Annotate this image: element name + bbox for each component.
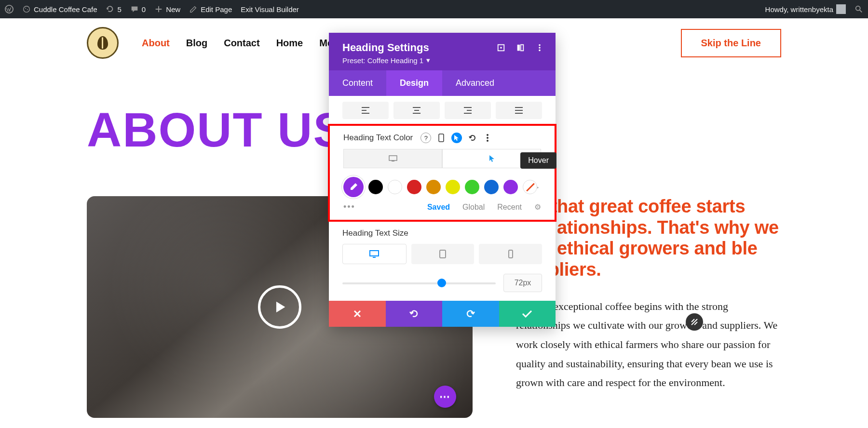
state-default-button[interactable]: [343, 149, 442, 168]
chevron-down-icon: ▾: [426, 56, 430, 65]
site-name-link[interactable]: Cuddle Coffee Cafe: [22, 0, 97, 18]
refresh-count[interactable]: 5: [106, 0, 121, 18]
svg-rect-16: [389, 156, 397, 160]
align-left-button[interactable]: [342, 102, 389, 119]
discard-button[interactable]: [329, 301, 386, 327]
size-slider-row: [329, 269, 556, 301]
svg-rect-8: [521, 45, 523, 51]
svg-point-3: [27, 9, 28, 10]
panel-menu-icon[interactable]: [535, 43, 544, 52]
heading-settings-panel: Heading Settings Preset: Coffee Heading …: [329, 33, 556, 327]
panel-title: Heading Settings: [342, 41, 429, 54]
panel-resize-handle[interactable]: [686, 313, 703, 331]
nav-blog[interactable]: Blog: [186, 38, 207, 49]
panel-header[interactable]: Heading Settings Preset: Coffee Heading …: [329, 33, 556, 70]
device-tablet-button[interactable]: [411, 244, 475, 264]
expand-icon[interactable]: [497, 43, 505, 52]
size-slider[interactable]: [342, 281, 496, 285]
undo-icon[interactable]: [467, 133, 477, 143]
svg-rect-7: [517, 45, 520, 51]
swatch-white[interactable]: [388, 180, 402, 194]
align-center-button[interactable]: [393, 102, 440, 119]
device-phone-button[interactable]: [479, 244, 542, 264]
text-align-row: [329, 96, 556, 124]
palette-tab-recent[interactable]: Recent: [497, 203, 522, 212]
hover-tooltip: Hover: [520, 152, 556, 169]
tab-content[interactable]: Content: [329, 70, 386, 96]
cta-button[interactable]: Skip the Line: [681, 29, 781, 57]
tab-advanced[interactable]: Advanced: [442, 70, 508, 96]
color-swatch-row: [330, 174, 555, 201]
svg-point-0: [5, 5, 13, 13]
wp-admin-bar: Cuddle Coffee Cafe 5 0 New Edit Page Exi…: [0, 0, 868, 18]
site-logo[interactable]: [87, 27, 119, 59]
palette-tab-global[interactable]: Global: [462, 203, 485, 212]
help-icon[interactable]: ?: [420, 133, 431, 143]
size-section-label: Heading Text Size: [329, 222, 556, 241]
swatch-none[interactable]: [523, 180, 537, 194]
snap-icon[interactable]: [516, 43, 525, 52]
svg-point-10: [539, 47, 541, 49]
admin-search[interactable]: [854, 0, 863, 18]
comments-count[interactable]: 0: [130, 0, 146, 18]
swatch-black[interactable]: [368, 180, 383, 194]
svg-rect-12: [439, 134, 444, 142]
panel-tabs: Content Design Advanced: [329, 70, 556, 96]
svg-rect-18: [370, 251, 379, 256]
swatch-red[interactable]: [407, 180, 421, 194]
svg-point-1: [24, 6, 30, 13]
swatch-purple[interactable]: [503, 180, 518, 194]
greeting-text: Howdy, writtenbyekta: [765, 5, 833, 13]
new-content[interactable]: New: [154, 0, 180, 18]
site-name-text: Cuddle Coffee Cafe: [34, 5, 97, 13]
eyedropper-button[interactable]: [343, 177, 364, 197]
wp-logo[interactable]: [5, 0, 14, 18]
tab-design[interactable]: Design: [386, 70, 442, 96]
main-nav: About Blog Contact Home Menu: [142, 38, 344, 49]
swatch-yellow[interactable]: [446, 180, 460, 194]
palette-more-dots[interactable]: •••: [343, 202, 355, 212]
phone-icon[interactable]: [436, 133, 447, 143]
color-section-label: Heading Text Color: [343, 133, 413, 143]
svg-point-13: [487, 134, 488, 136]
comments-count-value: 0: [142, 5, 146, 13]
redo-footer-button[interactable]: [442, 301, 499, 327]
user-greeting[interactable]: Howdy, writtenbyekta: [765, 0, 846, 18]
color-section-highlight: Heading Text Color ? Hover ☜: [328, 124, 556, 222]
device-desktop-button[interactable]: [342, 244, 407, 264]
panel-footer: [329, 301, 556, 327]
nav-home[interactable]: Home: [276, 38, 303, 49]
avatar: [836, 4, 846, 14]
swatch-green[interactable]: [465, 180, 479, 194]
size-value-input[interactable]: [503, 274, 542, 292]
preset-label: Preset: Coffee Heading 1: [342, 56, 423, 65]
align-right-button[interactable]: [445, 102, 491, 119]
svg-point-15: [487, 140, 488, 142]
cursor-active-icon[interactable]: [451, 133, 462, 143]
svg-point-11: [539, 50, 541, 52]
refresh-count-value: 5: [117, 5, 121, 13]
body-text: tment to exceptional coffee begins with …: [516, 297, 781, 392]
svg-point-2: [25, 8, 26, 9]
exit-visual-builder[interactable]: Exit Visual Builder: [241, 0, 299, 18]
palette-settings-gear-icon[interactable]: ⚙: [534, 202, 541, 212]
palette-tab-saved[interactable]: Saved: [427, 203, 450, 212]
nav-contact[interactable]: Contact: [224, 38, 259, 49]
svg-rect-19: [440, 250, 446, 258]
align-justify-button[interactable]: [496, 102, 542, 119]
options-dots-icon[interactable]: [482, 133, 493, 143]
play-button[interactable]: [258, 285, 301, 329]
undo-footer-button[interactable]: [386, 301, 443, 327]
exit-label: Exit Visual Builder: [241, 5, 299, 13]
slider-thumb[interactable]: [437, 279, 446, 287]
preset-selector[interactable]: Preset: Coffee Heading 1▾: [342, 56, 430, 65]
module-add-fab[interactable]: ⋯: [434, 386, 456, 408]
edit-page-link[interactable]: Edit Page: [189, 0, 232, 18]
swatch-blue[interactable]: [484, 180, 499, 194]
svg-point-14: [487, 137, 488, 139]
save-button[interactable]: [499, 301, 556, 327]
device-row: [329, 241, 556, 269]
svg-point-9: [539, 44, 541, 46]
swatch-orange[interactable]: [426, 180, 441, 194]
nav-about[interactable]: About: [142, 38, 170, 49]
